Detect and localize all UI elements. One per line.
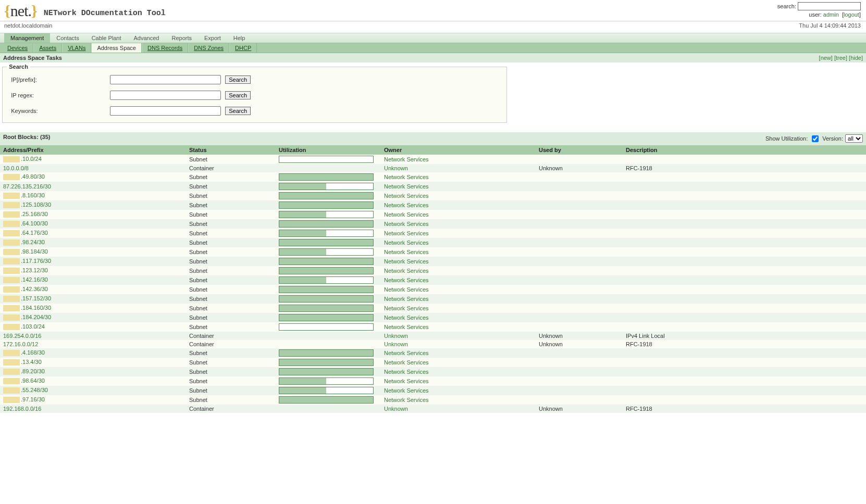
address-link[interactable]: .184.160/30: [21, 305, 51, 311]
owner-link[interactable]: Network Services: [384, 397, 429, 403]
address-link[interactable]: 10.0.0.0/8: [3, 165, 29, 171]
owner-link[interactable]: Network Services: [384, 249, 429, 255]
address-link[interactable]: .103.0/24: [21, 323, 45, 330]
main-tab-export[interactable]: Export: [198, 33, 227, 43]
main-tab-management[interactable]: Management: [4, 33, 50, 43]
address-link[interactable]: .142.36/30: [21, 286, 48, 292]
owner-link[interactable]: Network Services: [384, 258, 429, 264]
main-tab-contacts[interactable]: Contacts: [50, 33, 85, 43]
address-link[interactable]: .117.176/30: [21, 258, 51, 264]
cell-status: Subnet: [186, 219, 276, 229]
owner-link[interactable]: Network Services: [384, 240, 429, 246]
user-link[interactable]: admin: [823, 11, 839, 18]
table-row: .55.248/30SubnetNetwork Services: [0, 386, 866, 395]
cell-utilization: [276, 348, 381, 358]
owner-link[interactable]: Network Services: [384, 305, 429, 311]
owner-link[interactable]: Network Services: [384, 156, 429, 162]
address-link[interactable]: 192.168.0.0/16: [3, 406, 41, 412]
cell-utilization: [276, 322, 381, 332]
sub-tab-dhcp[interactable]: DHCP: [229, 43, 257, 53]
owner-link[interactable]: Network Services: [384, 359, 429, 366]
address-link[interactable]: .13.4/30: [21, 359, 42, 365]
address-link[interactable]: .97.16/30: [21, 396, 45, 402]
search-field-input[interactable]: [110, 91, 221, 100]
address-link[interactable]: .10.0/24: [21, 156, 42, 162]
owner-link[interactable]: Network Services: [384, 324, 429, 330]
main-tab-cable-plant[interactable]: Cable Plant: [85, 33, 128, 43]
owner-link[interactable]: Network Services: [384, 378, 429, 384]
cell-status: Subnet: [186, 304, 276, 313]
cell-status: Subnet: [186, 348, 276, 358]
cell-owner: Unknown: [381, 340, 536, 348]
owner-link[interactable]: Network Services: [384, 387, 429, 394]
owner-link[interactable]: Network Services: [384, 296, 429, 302]
owner-link[interactable]: Network Services: [384, 369, 429, 375]
address-link[interactable]: .184.204/30: [21, 314, 51, 320]
address-link[interactable]: .123.12/30: [21, 267, 48, 273]
address-link[interactable]: .4.168/30: [21, 349, 45, 356]
show-util-checkbox[interactable]: [812, 135, 819, 142]
search-button[interactable]: Search: [225, 75, 251, 84]
owner-link[interactable]: Network Services: [384, 202, 429, 208]
search-button[interactable]: Search: [225, 107, 251, 115]
main-tab-help[interactable]: Help: [227, 33, 252, 43]
address-link[interactable]: .125.108/30: [21, 201, 51, 208]
version-select[interactable]: all: [845, 134, 863, 143]
sub-tab-assets[interactable]: Assets: [33, 43, 62, 53]
owner-link[interactable]: Unknown: [384, 165, 408, 171]
utilization-bar: [279, 267, 374, 274]
address-link[interactable]: .142.16/30: [21, 276, 48, 283]
search-field-input[interactable]: [110, 75, 221, 84]
address-link[interactable]: .55.248/30: [21, 387, 48, 393]
owner-link[interactable]: Network Services: [384, 183, 429, 190]
action-new[interactable]: [new]: [819, 55, 833, 61]
table-row: 192.168.0.0/16ContainerUnknownUnknownRFC…: [0, 405, 866, 413]
owner-link[interactable]: Network Services: [384, 350, 429, 356]
cell-utilization: [276, 200, 381, 210]
owner-link[interactable]: Unknown: [384, 333, 408, 339]
sub-tab-address-space[interactable]: Address Space: [91, 43, 142, 53]
owner-link[interactable]: Network Services: [384, 221, 429, 227]
action-hide[interactable]: [hide]: [849, 55, 863, 61]
address-link[interactable]: .8.160/30: [21, 192, 45, 198]
cell-utilization: [276, 386, 381, 395]
address-link[interactable]: .98.24/30: [21, 239, 45, 245]
address-link[interactable]: 169.254.0.0/16: [3, 333, 41, 339]
owner-link[interactable]: Network Services: [384, 286, 429, 293]
cell-status: Subnet: [186, 322, 276, 332]
owner-link[interactable]: Unknown: [384, 341, 408, 347]
cell-usedby: [536, 348, 623, 358]
owner-link[interactable]: Network Services: [384, 230, 429, 236]
address-link[interactable]: 172.16.0.0/12: [3, 341, 38, 347]
address-link[interactable]: .25.168/30: [21, 211, 48, 217]
sub-tab-vlans[interactable]: VLANs: [62, 43, 91, 53]
cell-usedby: Unknown: [536, 164, 623, 172]
address-link[interactable]: .98.184/30: [21, 248, 48, 255]
sub-tab-dns-zones[interactable]: DNS Zones: [188, 43, 229, 53]
address-link[interactable]: .157.152/30: [21, 295, 51, 301]
owner-link[interactable]: Network Services: [384, 193, 429, 199]
address-link[interactable]: .49.80/30: [21, 173, 45, 180]
global-search-input[interactable]: [798, 2, 861, 10]
main-tab-reports[interactable]: Reports: [165, 33, 198, 43]
owner-link[interactable]: Network Services: [384, 277, 429, 283]
owner-link[interactable]: Network Services: [384, 211, 429, 218]
search-field-input[interactable]: [110, 106, 221, 116]
sub-tab-dns-records[interactable]: DNS Records: [142, 43, 188, 53]
owner-link[interactable]: Network Services: [384, 174, 429, 180]
address-link[interactable]: .64.100/30: [21, 220, 48, 226]
cell-address: 10.0.0.0/8: [0, 164, 186, 172]
owner-link[interactable]: Network Services: [384, 268, 429, 274]
logout-link[interactable]: logout: [844, 11, 859, 18]
search-button[interactable]: Search: [225, 91, 251, 99]
cell-owner: Network Services: [381, 155, 536, 164]
address-link[interactable]: .98.64/30: [21, 377, 45, 384]
action-tree[interactable]: [tree]: [834, 55, 847, 61]
owner-link[interactable]: Unknown: [384, 406, 408, 412]
main-tab-advanced[interactable]: Advanced: [128, 33, 166, 43]
sub-tab-devices[interactable]: Devices: [2, 43, 33, 53]
owner-link[interactable]: Network Services: [384, 314, 429, 321]
address-link[interactable]: 87.226.135.216/30: [3, 183, 51, 190]
address-link[interactable]: .89.20/30: [21, 368, 45, 374]
address-link[interactable]: .64.176/30: [21, 230, 48, 236]
